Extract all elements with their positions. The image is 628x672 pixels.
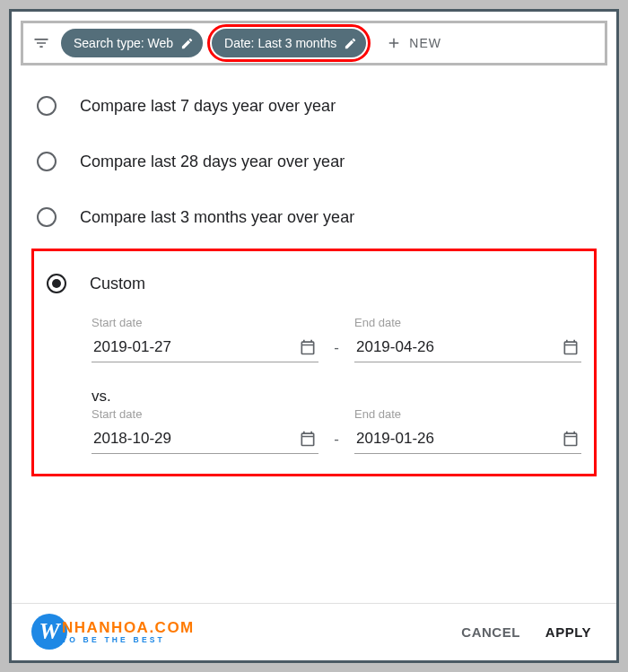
chip-label: Date: Last 3 months [224, 36, 336, 50]
date-input[interactable]: 2019-04-26 [354, 335, 581, 362]
calendar-icon[interactable] [562, 430, 580, 448]
end-date-field[interactable]: End date 2019-01-26 [354, 407, 581, 454]
new-filter-button[interactable]: NEW [379, 29, 449, 57]
new-label: NEW [409, 36, 441, 50]
chip-date-range[interactable]: Date: Last 3 months [212, 29, 366, 57]
compare-range-row: Start date 2018-10-29 - End date 2019-01… [47, 407, 581, 454]
calendar-icon[interactable] [299, 430, 317, 448]
compare-options: Compare last 7 days year over year Compa… [12, 65, 616, 245]
date-input[interactable]: 2019-01-26 [354, 426, 581, 454]
option-label: Custom [90, 275, 145, 293]
field-label: Start date [92, 316, 318, 329]
option-28days[interactable]: Compare last 28 days year over year [37, 134, 591, 189]
plus-icon [386, 35, 402, 51]
option-label: Compare last 7 days year over year [80, 97, 336, 116]
calendar-icon[interactable] [299, 338, 317, 356]
end-date-field[interactable]: End date 2019-04-26 [354, 316, 581, 362]
custom-range-block: Custom Start date 2019-01-27 - End date … [31, 249, 597, 476]
date-input[interactable]: 2019-01-27 [92, 335, 318, 362]
start-date-field[interactable]: Start date 2019-01-27 [92, 316, 318, 362]
date-value: 2019-01-26 [356, 430, 434, 448]
date-value: 2019-01-27 [93, 338, 171, 356]
radio-unchecked[interactable] [37, 96, 57, 116]
primary-range-row: Start date 2019-01-27 - End date 2019-04… [47, 316, 581, 362]
chip-search-type[interactable]: Search type: Web [61, 29, 203, 57]
apply-button[interactable]: APPLY [545, 624, 591, 640]
option-7days[interactable]: Compare last 7 days year over year [37, 78, 591, 134]
pencil-icon [180, 37, 194, 50]
pencil-icon [344, 37, 357, 50]
chip-label: Search type: Web [74, 36, 173, 50]
field-label: End date [354, 316, 581, 329]
dialog-frame: Search type: Web Date: Last 3 months NEW… [9, 9, 619, 663]
filter-toolbar: Search type: Web Date: Last 3 months NEW [21, 21, 607, 65]
logo-text: NHANHOA.COM TO BE THE BEST [62, 619, 195, 644]
cancel-button[interactable]: CANCEL [461, 624, 520, 640]
calendar-icon[interactable] [562, 338, 580, 356]
date-input[interactable]: 2018-10-29 [92, 426, 318, 454]
brand-name: NHANHOA.COM [62, 619, 195, 637]
option-label: Compare last 3 months year over year [80, 208, 354, 227]
field-label: Start date [92, 407, 318, 421]
radio-unchecked[interactable] [37, 207, 57, 227]
date-value: 2019-04-26 [356, 338, 434, 356]
radio-checked[interactable] [47, 274, 66, 293]
radio-unchecked[interactable] [37, 152, 57, 171]
vs-label: vs. [47, 388, 581, 406]
option-label: Compare last 28 days year over year [80, 153, 345, 171]
watermark-logo: W NHANHOA.COM TO BE THE BEST [31, 614, 195, 650]
filter-icon [31, 32, 52, 54]
range-dash: - [329, 339, 344, 362]
start-date-field[interactable]: Start date 2018-10-29 [92, 407, 318, 454]
date-value: 2018-10-29 [93, 430, 171, 448]
option-3months[interactable]: Compare last 3 months year over year [37, 189, 591, 245]
range-dash: - [329, 431, 344, 454]
option-custom[interactable]: Custom [47, 264, 581, 303]
field-label: End date [354, 407, 581, 421]
